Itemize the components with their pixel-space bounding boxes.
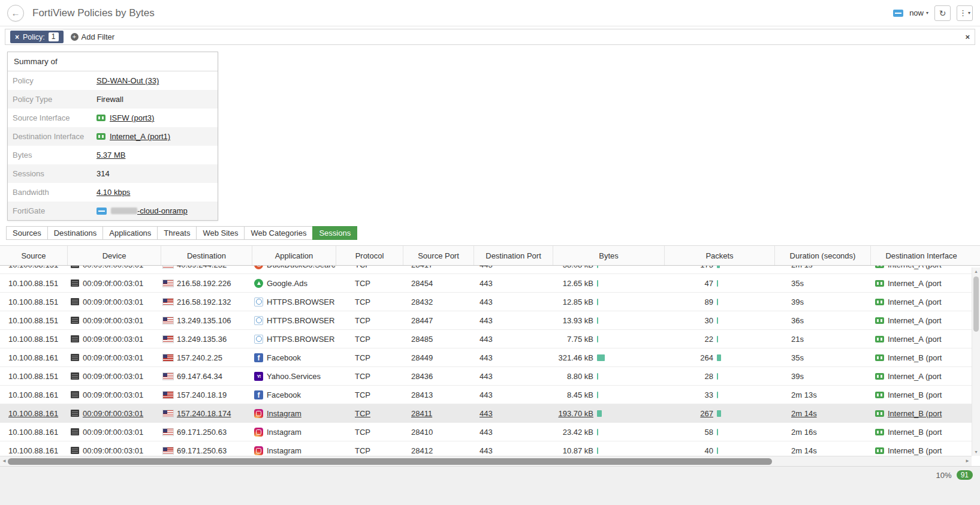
interface-icon bbox=[875, 336, 884, 342]
cell-application: Instagram bbox=[252, 441, 336, 456]
table-row[interactable]: 10.100.88.151 00:09:0f:00:03:01 13.249.1… bbox=[0, 330, 980, 348]
summary-value[interactable]: 5.37 MB bbox=[97, 151, 125, 160]
instagram-app-icon bbox=[254, 446, 263, 455]
summary-value[interactable]: -cloud-onramp bbox=[137, 206, 188, 215]
status-percentage: 10% bbox=[936, 471, 952, 480]
more-menu-button[interactable]: ⋮ ▾ bbox=[957, 5, 973, 21]
fortiview-tabs: SourcesDestinationsApplicationsThreatsWe… bbox=[6, 226, 357, 240]
column-header-packets[interactable]: Packets bbox=[664, 246, 774, 265]
facebook-app-icon bbox=[254, 390, 263, 399]
cell-duration: 2m 13s bbox=[774, 386, 870, 404]
table-row[interactable]: 10.100.88.161 00:09:0f:00:03:01 157.240.… bbox=[0, 348, 980, 367]
cell-protocol: TCP bbox=[336, 404, 403, 422]
scroll-up-icon[interactable]: ▲ bbox=[972, 267, 980, 275]
cell-protocol: TCP bbox=[336, 330, 403, 348]
cell-packets: 22 bbox=[664, 330, 774, 348]
tab-sessions[interactable]: Sessions bbox=[312, 226, 357, 240]
tab-web-sites[interactable]: Web Sites bbox=[196, 226, 245, 240]
table-row[interactable]: 10.100.88.161 00:09:0f:00:03:01 69.171.2… bbox=[0, 423, 980, 441]
notification-badge[interactable]: 91 bbox=[957, 470, 973, 480]
cell-bytes: 12.65 kB bbox=[553, 274, 664, 292]
scroll-right-icon[interactable]: ► bbox=[965, 456, 970, 466]
cell-protocol: TCP bbox=[336, 348, 403, 366]
cell-application: Facebook bbox=[252, 348, 336, 366]
cell-device: 00:09:0f:00:03:01 bbox=[67, 311, 161, 329]
device-icon bbox=[71, 447, 79, 454]
table-row[interactable]: 10.100.88.161 00:09:0f:00:03:01 157.240.… bbox=[0, 404, 980, 423]
table-row[interactable]: 10.100.88.161 00:09:0f:00:03:01 69.171.2… bbox=[0, 441, 980, 456]
packets-bar bbox=[717, 354, 721, 361]
device-icon bbox=[71, 279, 79, 287]
cell-protocol: TCP bbox=[336, 274, 403, 292]
add-filter-button[interactable]: + Add Filter bbox=[71, 32, 115, 41]
cell-destination-interface: Internet_A (port bbox=[870, 274, 972, 292]
cell-packets: 30 bbox=[664, 311, 774, 329]
vertical-scroll-thumb[interactable] bbox=[973, 276, 979, 332]
column-header-device[interactable]: Device bbox=[67, 246, 161, 265]
tab-web-categories[interactable]: Web Categories bbox=[244, 226, 313, 240]
cell-packets: 47 bbox=[664, 274, 774, 292]
table-header: SourceDeviceDestinationApplicationProtoc… bbox=[0, 245, 980, 266]
cell-protocol: TCP bbox=[336, 311, 403, 329]
cell-application: HTTPS.BROWSER bbox=[252, 330, 336, 348]
refresh-button[interactable]: ↻ bbox=[934, 5, 951, 21]
summary-row: Sessions 314 bbox=[8, 164, 218, 183]
tab-applications[interactable]: Applications bbox=[102, 226, 158, 240]
horizontal-scroll-thumb[interactable] bbox=[8, 458, 772, 465]
cell-duration: 35s bbox=[774, 348, 870, 366]
table-row[interactable]: 10.100.88.151 00:09:0f:00:03:01 216.58.1… bbox=[0, 293, 980, 311]
tab-destinations[interactable]: Destinations bbox=[47, 226, 104, 240]
summary-value[interactable]: ISFW (port3) bbox=[110, 113, 154, 122]
us-flag-icon bbox=[163, 410, 173, 417]
cell-source-port: 28411 bbox=[403, 404, 474, 422]
summary-value[interactable]: Internet_A (port1) bbox=[110, 132, 170, 141]
packets-bar bbox=[717, 410, 721, 417]
cell-source-port: 28454 bbox=[403, 274, 474, 292]
table-row[interactable]: 10.100.88.151 00:09:0f:00:03:01 216.58.1… bbox=[0, 274, 980, 293]
tab-sources[interactable]: Sources bbox=[6, 226, 48, 240]
summary-title: Summary of bbox=[8, 52, 218, 71]
cell-protocol: TCP bbox=[336, 423, 403, 441]
column-header-destination-port[interactable]: Destination Port bbox=[474, 246, 553, 265]
summary-rows: Policy SD-WAN-Out (33) Policy Type Firew… bbox=[8, 71, 218, 220]
summary-row: Policy SD-WAN-Out (33) bbox=[8, 71, 218, 90]
cell-destination-port: 443 bbox=[474, 348, 553, 366]
cell-device: 00:09:0f:00:03:01 bbox=[67, 423, 161, 441]
column-header-duration-seconds-[interactable]: Duration (seconds) bbox=[774, 246, 870, 265]
scroll-down-icon[interactable]: ▼ bbox=[972, 448, 980, 456]
cell-source: 10.100.88.151 bbox=[0, 266, 67, 273]
time-range-dropdown[interactable]: now ▾ bbox=[909, 8, 928, 17]
packets-bar bbox=[717, 336, 718, 342]
summary-value[interactable]: SD-WAN-Out (33) bbox=[97, 76, 159, 85]
tab-threats[interactable]: Threats bbox=[157, 226, 197, 240]
table-row[interactable]: 10.100.88.151 00:09:0f:00:03:01 69.147.6… bbox=[0, 367, 980, 386]
table-row[interactable]: 10.100.88.151 00:09:0f:00:03:01 13.249.1… bbox=[0, 311, 980, 330]
column-header-source-port[interactable]: Source Port bbox=[403, 246, 474, 265]
summary-value[interactable]: 4.10 kbps bbox=[97, 188, 130, 197]
column-header-protocol[interactable]: Protocol bbox=[336, 246, 403, 265]
interface-icon bbox=[875, 317, 884, 324]
table-row[interactable]: 10.100.88.151 00:09:0f:00:03:01 40.89.24… bbox=[0, 266, 980, 274]
topbar: ← FortiView Policies by Bytes now ▾ ↻ ⋮ … bbox=[0, 0, 980, 26]
cell-destination: 40.89.244.232 bbox=[161, 266, 252, 273]
column-header-destination-interface[interactable]: Destination Interface bbox=[870, 246, 972, 265]
column-header-application[interactable]: Application bbox=[252, 246, 336, 265]
scroll-left-icon[interactable]: ◄ bbox=[2, 456, 7, 466]
instagram-app-icon bbox=[254, 409, 263, 418]
cell-bytes: 8.45 kB bbox=[553, 386, 664, 404]
cell-packets: 33 bbox=[664, 386, 774, 404]
column-header-bytes[interactable]: Bytes bbox=[553, 246, 664, 265]
cell-destination-interface: Internet_A (port bbox=[870, 311, 972, 329]
back-button[interactable]: ← bbox=[7, 5, 24, 22]
column-header-source[interactable]: Source bbox=[0, 246, 67, 265]
clear-filters-icon[interactable]: × bbox=[965, 32, 970, 41]
chevron-down-icon: ▾ bbox=[926, 10, 928, 16]
table-row[interactable]: 10.100.88.161 00:09:0f:00:03:01 157.240.… bbox=[0, 386, 980, 404]
remove-filter-icon[interactable]: × bbox=[15, 34, 19, 41]
horizontal-scrollbar[interactable]: ◄ ► bbox=[0, 456, 972, 466]
column-header-destination[interactable]: Destination bbox=[161, 246, 252, 265]
kebab-icon: ⋮ bbox=[959, 8, 967, 17]
vertical-scrollbar[interactable]: ▲ ▼ bbox=[972, 267, 980, 456]
cell-duration: 39s bbox=[774, 367, 870, 385]
policy-filter-chip[interactable]: × Policy: 1 bbox=[10, 31, 64, 43]
